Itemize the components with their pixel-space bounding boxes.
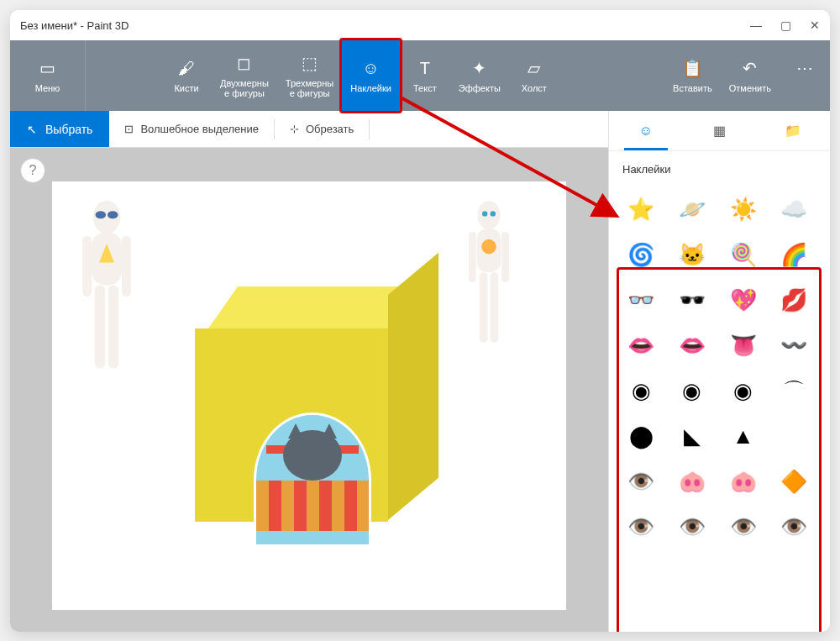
menu-label: Меню <box>35 83 60 93</box>
svg-point-13 <box>481 239 496 255</box>
ribbon: ▭ Меню 🖌 Кисти ◻ Двухмерны е фигуры ⬚ Тр… <box>10 40 830 111</box>
mannequin-left[interactable] <box>69 198 144 428</box>
sticker-heart[interactable]: 💖 <box>722 280 765 320</box>
sticker-eye-teal[interactable]: 👁️ <box>772 507 816 547</box>
sticker-nose-orange[interactable]: 🔶 <box>772 461 816 502</box>
brush-icon: 🖌 <box>178 58 195 78</box>
panel-tab-open[interactable]: 📁 <box>756 111 830 150</box>
sticker-nose-pig[interactable]: 🐽 <box>722 461 765 502</box>
effects-label: Эффекты <box>459 83 501 93</box>
brushes-label: Кисти <box>174 83 198 93</box>
panel-tabs: ☺ ▦ 📁 <box>609 111 830 151</box>
undo-icon: ↶ <box>743 58 757 78</box>
folder-icon: 📁 <box>785 123 801 139</box>
sticker-mustache[interactable]: 〰️ <box>772 325 816 365</box>
shapes3d-label: Трехмерны е фигуры <box>286 78 333 98</box>
menu-button[interactable]: ▭ Меню <box>10 40 86 111</box>
sticker-eye-dot[interactable]: ◉ <box>619 370 663 411</box>
sticker-spiral[interactable]: 🌀 <box>619 234 663 275</box>
sticker-cat[interactable]: 🐱 <box>670 234 714 275</box>
2d-shapes-tab[interactable]: ◻ Двухмерны е фигуры <box>212 40 277 111</box>
shapes2d-icon: ◻ <box>237 53 251 73</box>
sticker-grid: ⭐🪐☀️☁️🌀🐱🍭🌈👓🕶️💖💋👄👄👅〰️◉◉◉⌒⬤◣▲ 👁️🐽🐽🔶👁️👁️👁️👁… <box>609 182 830 557</box>
sticker-eye-green[interactable]: 👁️ <box>619 507 663 547</box>
sticker-nose-cone[interactable]: ▲ <box>722 416 765 456</box>
more-button[interactable]: ⋯ <box>780 40 830 111</box>
brushes-tab[interactable]: 🖌 Кисти <box>161 40 212 111</box>
stickers-panel: ☺ ▦ 📁 Наклейки ⭐🪐☀️☁️🌀🐱🍭🌈👓🕶️💖💋👄👄👅〰️◉◉◉⌒⬤… <box>608 111 830 632</box>
sticker-eye-blue[interactable]: 👁️ <box>670 507 714 547</box>
select-tool[interactable]: ↖ Выбрать <box>10 111 109 147</box>
text-tab[interactable]: T Текст <box>400 40 450 111</box>
cursor-icon: ↖ <box>27 123 37 136</box>
panel-title: Наклейки <box>609 151 830 182</box>
sticker-nose-dog[interactable]: 🐽 <box>670 461 714 502</box>
effects-icon: ✦ <box>472 58 486 78</box>
canvas-tab[interactable]: ▱ Холст <box>509 40 559 111</box>
sticker-lollipop[interactable]: 🍭 <box>722 234 765 275</box>
app-window: Без имени* - Paint 3D — ▢ ✕ ▭ Меню 🖌 Кис… <box>10 10 830 632</box>
window-controls: — ▢ ✕ <box>750 18 820 32</box>
undo-label: Отменить <box>729 83 771 93</box>
sticker-cloud[interactable]: ☁️ <box>772 189 816 229</box>
canvas-icon: ▱ <box>528 58 540 78</box>
maximize-button[interactable]: ▢ <box>780 18 791 32</box>
sticker-mouth-open[interactable]: 👄 <box>619 325 663 365</box>
canvas[interactable] <box>52 181 566 610</box>
svg-point-11 <box>491 211 496 216</box>
magic-select-tool[interactable]: ⊡ Волшебное выделение <box>109 111 274 147</box>
smiley-icon: ☺ <box>639 123 653 139</box>
svg-rect-17 <box>491 272 499 343</box>
svg-rect-16 <box>480 272 488 343</box>
close-button[interactable]: ✕ <box>810 18 820 32</box>
svg-rect-14 <box>469 232 476 282</box>
panel-tab-stickers[interactable]: ☺ <box>609 111 683 150</box>
sticker-glasses-round[interactable]: 👓 <box>619 280 663 320</box>
sticker-lips[interactable]: 💋 <box>772 280 816 320</box>
sticker-ear-pink[interactable]: ◣ <box>670 416 714 456</box>
sticker-glasses-cool[interactable]: 🕶️ <box>670 280 714 320</box>
crop-tool[interactable]: ⊹ Обрезать <box>275 111 369 147</box>
window-title: Без имени* - Paint 3D <box>20 19 129 32</box>
minimize-button[interactable]: — <box>750 18 762 32</box>
sticker-mouth-smile[interactable]: 👄 <box>670 325 714 365</box>
svg-point-9 <box>477 201 500 229</box>
sticker-rainbow[interactable]: 🌈 <box>772 234 816 275</box>
cat-sticker[interactable] <box>254 412 371 547</box>
sticker-eye-side[interactable]: ◉ <box>722 370 765 411</box>
svg-rect-5 <box>82 236 92 297</box>
more-label <box>803 83 806 93</box>
more-icon: ⋯ <box>796 58 813 78</box>
3d-shapes-tab[interactable]: ⬚ Трехмерны е фигуры <box>277 40 342 111</box>
canvas-area: ? <box>10 148 608 632</box>
sticker-eye-up[interactable]: ◉ <box>670 370 714 411</box>
svg-rect-6 <box>122 236 131 297</box>
mannequin-right[interactable] <box>455 198 522 403</box>
sticker-nose-grey[interactable]: ⬤ <box>619 416 663 456</box>
svg-rect-15 <box>501 232 509 282</box>
undo-button[interactable]: ↶ Отменить <box>721 40 780 111</box>
sticker-star[interactable]: ⭐ <box>619 189 663 229</box>
sticker-eye-yellow[interactable]: 👁️ <box>722 507 765 547</box>
cube-3d[interactable] <box>195 286 447 539</box>
crop-label: Обрезать <box>306 123 354 135</box>
select-label: Выбрать <box>45 123 92 136</box>
sticker-brow[interactable]: ⌒ <box>772 370 816 411</box>
shapes2d-label: Двухмерны е фигуры <box>220 78 269 98</box>
shapes3d-icon: ⬚ <box>302 53 318 73</box>
effects-tab[interactable]: ✦ Эффекты <box>450 40 509 111</box>
magic-label: Волшебное выделение <box>140 123 259 135</box>
sticker-eye-lash[interactable]: 👁️ <box>619 461 663 502</box>
panel-tab-textures[interactable]: ▦ <box>683 111 757 150</box>
sticker-sun[interactable]: ☀️ <box>722 189 765 229</box>
sticker-tongue[interactable]: 👅 <box>722 325 765 365</box>
svg-point-10 <box>482 211 487 216</box>
sticker-planet[interactable]: 🪐 <box>670 189 714 229</box>
menu-icon: ▭ <box>39 58 55 78</box>
sticker-blank[interactable] <box>772 416 816 456</box>
svg-rect-7 <box>95 286 106 369</box>
paste-button[interactable]: 📋 Вставить <box>664 40 721 111</box>
stickers-tab[interactable]: ☺ Наклейки <box>342 40 400 111</box>
paste-icon: 📋 <box>682 58 703 78</box>
help-button[interactable]: ? <box>20 158 45 183</box>
